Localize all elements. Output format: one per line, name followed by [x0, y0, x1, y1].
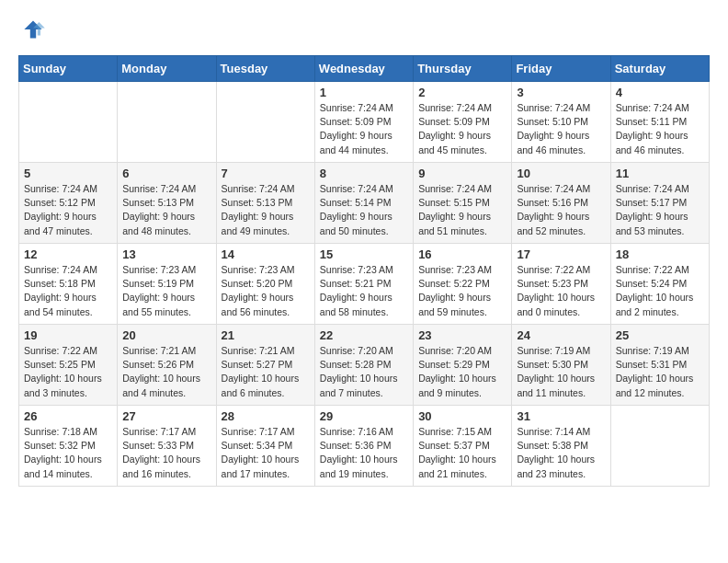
weekday-header-wednesday: Wednesday: [314, 56, 413, 82]
day-info: Sunrise: 7:14 AMSunset: 5:38 PMDaylight:…: [517, 425, 605, 481]
logo: [18, 15, 51, 44]
day-cell: 25Sunrise: 7:19 AMSunset: 5:31 PMDayligh…: [610, 325, 709, 406]
weekday-header-sunday: Sunday: [19, 56, 118, 82]
day-cell: 18Sunrise: 7:22 AMSunset: 5:24 PMDayligh…: [610, 244, 709, 325]
weekday-header-friday: Friday: [512, 56, 610, 82]
day-number: 20: [122, 328, 210, 342]
weekday-header-tuesday: Tuesday: [216, 56, 314, 82]
week-row-3: 12Sunrise: 7:24 AMSunset: 5:18 PMDayligh…: [19, 244, 710, 325]
day-number: 28: [222, 409, 310, 423]
day-cell: 14Sunrise: 7:23 AMSunset: 5:20 PMDayligh…: [216, 244, 314, 325]
header: [18, 15, 710, 44]
day-cell: 19Sunrise: 7:22 AMSunset: 5:25 PMDayligh…: [19, 325, 118, 406]
day-info: Sunrise: 7:20 AMSunset: 5:29 PMDaylight:…: [418, 344, 506, 400]
day-cell: 17Sunrise: 7:22 AMSunset: 5:23 PMDayligh…: [512, 244, 610, 325]
day-info: Sunrise: 7:24 AMSunset: 5:14 PMDaylight:…: [320, 182, 408, 238]
day-number: 1: [320, 86, 408, 99]
day-number: 26: [24, 409, 112, 423]
day-number: 21: [222, 328, 310, 342]
day-number: 16: [418, 247, 506, 261]
day-cell: 4Sunrise: 7:24 AMSunset: 5:11 PMDaylight…: [610, 82, 709, 163]
day-info: Sunrise: 7:23 AMSunset: 5:20 PMDaylight:…: [222, 263, 310, 319]
day-info: Sunrise: 7:23 AMSunset: 5:22 PMDaylight:…: [418, 263, 506, 319]
day-cell: 9Sunrise: 7:24 AMSunset: 5:15 PMDaylight…: [414, 163, 512, 244]
day-info: Sunrise: 7:17 AMSunset: 5:33 PMDaylight:…: [122, 425, 210, 481]
day-cell: 2Sunrise: 7:24 AMSunset: 5:09 PMDaylight…: [414, 82, 512, 163]
day-number: 14: [222, 247, 310, 261]
day-cell: 24Sunrise: 7:19 AMSunset: 5:30 PMDayligh…: [512, 325, 610, 406]
week-row-2: 5Sunrise: 7:24 AMSunset: 5:12 PMDaylight…: [19, 163, 710, 244]
day-cell: 21Sunrise: 7:21 AMSunset: 5:27 PMDayligh…: [216, 325, 314, 406]
day-number: 22: [320, 328, 408, 342]
day-info: Sunrise: 7:18 AMSunset: 5:32 PMDaylight:…: [24, 425, 112, 481]
day-cell: 23Sunrise: 7:20 AMSunset: 5:29 PMDayligh…: [414, 325, 512, 406]
day-info: Sunrise: 7:19 AMSunset: 5:31 PMDaylight:…: [616, 344, 704, 400]
day-info: Sunrise: 7:22 AMSunset: 5:23 PMDaylight:…: [517, 263, 605, 319]
day-cell: 27Sunrise: 7:17 AMSunset: 5:33 PMDayligh…: [118, 406, 216, 487]
day-cell: [216, 82, 314, 163]
day-number: 29: [320, 409, 408, 423]
day-info: Sunrise: 7:22 AMSunset: 5:24 PMDaylight:…: [616, 263, 704, 319]
day-cell: 11Sunrise: 7:24 AMSunset: 5:17 PMDayligh…: [610, 163, 709, 244]
day-cell: 7Sunrise: 7:24 AMSunset: 5:13 PMDaylight…: [216, 163, 314, 244]
day-number: 10: [517, 167, 605, 180]
day-cell: 28Sunrise: 7:17 AMSunset: 5:34 PMDayligh…: [216, 406, 314, 487]
day-number: 11: [616, 167, 704, 180]
calendar-table: SundayMondayTuesdayWednesdayThursdayFrid…: [18, 55, 710, 487]
day-cell: 22Sunrise: 7:20 AMSunset: 5:28 PMDayligh…: [314, 325, 413, 406]
header-row: SundayMondayTuesdayWednesdayThursdayFrid…: [19, 56, 710, 82]
day-cell: 16Sunrise: 7:23 AMSunset: 5:22 PMDayligh…: [414, 244, 512, 325]
day-info: Sunrise: 7:22 AMSunset: 5:25 PMDaylight:…: [24, 344, 112, 400]
day-info: Sunrise: 7:24 AMSunset: 5:16 PMDaylight:…: [517, 182, 605, 238]
day-info: Sunrise: 7:21 AMSunset: 5:26 PMDaylight:…: [122, 344, 210, 400]
day-cell: 1Sunrise: 7:24 AMSunset: 5:09 PMDaylight…: [314, 82, 413, 163]
day-info: Sunrise: 7:24 AMSunset: 5:13 PMDaylight:…: [222, 182, 310, 238]
day-info: Sunrise: 7:24 AMSunset: 5:11 PMDaylight:…: [616, 101, 704, 157]
day-cell: [610, 406, 709, 487]
day-number: 5: [24, 167, 112, 180]
day-info: Sunrise: 7:24 AMSunset: 5:18 PMDaylight:…: [24, 263, 112, 319]
day-info: Sunrise: 7:23 AMSunset: 5:19 PMDaylight:…: [122, 263, 210, 319]
day-info: Sunrise: 7:21 AMSunset: 5:27 PMDaylight:…: [222, 344, 310, 400]
day-number: 17: [517, 247, 605, 261]
day-info: Sunrise: 7:15 AMSunset: 5:37 PMDaylight:…: [418, 425, 506, 481]
weekday-header-thursday: Thursday: [414, 56, 512, 82]
day-number: 18: [616, 247, 704, 261]
day-cell: 10Sunrise: 7:24 AMSunset: 5:16 PMDayligh…: [512, 163, 610, 244]
day-number: 15: [320, 247, 408, 261]
day-number: 8: [320, 167, 408, 180]
day-number: 6: [122, 167, 210, 180]
day-cell: 20Sunrise: 7:21 AMSunset: 5:26 PMDayligh…: [118, 325, 216, 406]
day-cell: 26Sunrise: 7:18 AMSunset: 5:32 PMDayligh…: [19, 406, 118, 487]
day-number: 7: [222, 167, 310, 180]
day-info: Sunrise: 7:19 AMSunset: 5:30 PMDaylight:…: [517, 344, 605, 400]
day-cell: [19, 82, 118, 163]
logo-icon: [18, 15, 48, 44]
day-info: Sunrise: 7:24 AMSunset: 5:13 PMDaylight:…: [122, 182, 210, 238]
day-number: 3: [517, 86, 605, 99]
day-info: Sunrise: 7:24 AMSunset: 5:17 PMDaylight:…: [616, 182, 704, 238]
day-number: 2: [418, 86, 506, 99]
week-row-4: 19Sunrise: 7:22 AMSunset: 5:25 PMDayligh…: [19, 325, 710, 406]
day-cell: 30Sunrise: 7:15 AMSunset: 5:37 PMDayligh…: [414, 406, 512, 487]
day-info: Sunrise: 7:24 AMSunset: 5:09 PMDaylight:…: [418, 101, 506, 157]
day-cell: 29Sunrise: 7:16 AMSunset: 5:36 PMDayligh…: [314, 406, 413, 487]
day-number: 30: [418, 409, 506, 423]
day-cell: 8Sunrise: 7:24 AMSunset: 5:14 PMDaylight…: [314, 163, 413, 244]
day-cell: [118, 82, 216, 163]
day-cell: 31Sunrise: 7:14 AMSunset: 5:38 PMDayligh…: [512, 406, 610, 487]
day-cell: 5Sunrise: 7:24 AMSunset: 5:12 PMDaylight…: [19, 163, 118, 244]
day-info: Sunrise: 7:23 AMSunset: 5:21 PMDaylight:…: [320, 263, 408, 319]
day-number: 4: [616, 86, 704, 99]
day-cell: 3Sunrise: 7:24 AMSunset: 5:10 PMDaylight…: [512, 82, 610, 163]
day-number: 24: [517, 328, 605, 342]
day-number: 25: [616, 328, 704, 342]
day-cell: 12Sunrise: 7:24 AMSunset: 5:18 PMDayligh…: [19, 244, 118, 325]
day-info: Sunrise: 7:24 AMSunset: 5:09 PMDaylight:…: [320, 101, 408, 157]
day-info: Sunrise: 7:24 AMSunset: 5:12 PMDaylight:…: [24, 182, 112, 238]
day-info: Sunrise: 7:17 AMSunset: 5:34 PMDaylight:…: [222, 425, 310, 481]
day-info: Sunrise: 7:16 AMSunset: 5:36 PMDaylight:…: [320, 425, 408, 481]
day-number: 13: [122, 247, 210, 261]
weekday-header-saturday: Saturday: [610, 56, 709, 82]
day-info: Sunrise: 7:20 AMSunset: 5:28 PMDaylight:…: [320, 344, 408, 400]
